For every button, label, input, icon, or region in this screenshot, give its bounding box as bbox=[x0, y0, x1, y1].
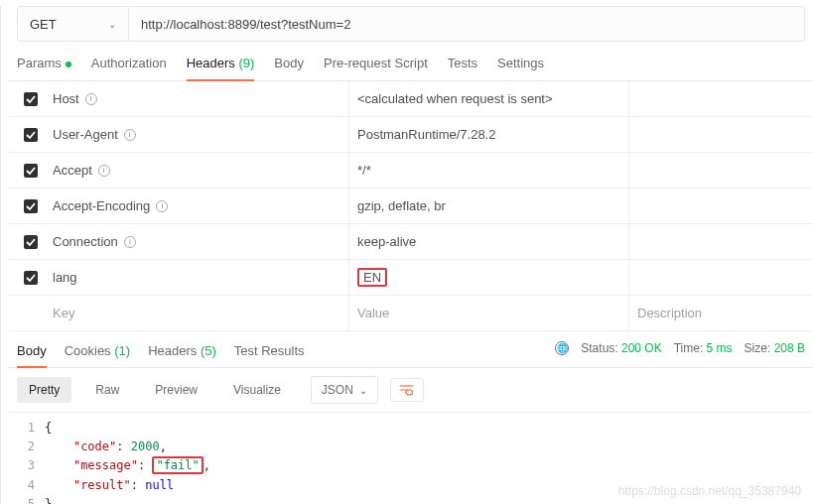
globe-icon[interactable]: 🌐 bbox=[555, 341, 569, 355]
header-key-cell[interactable]: Accept-Encoding i bbox=[53, 198, 348, 213]
time-label: Time: 5 ms bbox=[674, 341, 733, 355]
http-method-label: GET bbox=[30, 17, 57, 32]
tab-params[interactable]: Params bbox=[17, 56, 71, 80]
params-indicator-dot bbox=[66, 62, 71, 67]
header-value-input[interactable]: Value bbox=[348, 296, 628, 330]
header-value-cell[interactable]: <calculated when request is sent> bbox=[348, 81, 628, 116]
header-desc-cell[interactable] bbox=[628, 153, 813, 188]
header-value-cell[interactable]: EN bbox=[348, 260, 628, 295]
url-input[interactable]: http://localhost:8899/test?testNum=2 bbox=[129, 17, 804, 32]
header-desc-cell[interactable] bbox=[628, 81, 813, 116]
wrap-icon bbox=[399, 384, 415, 396]
view-raw[interactable]: Raw bbox=[83, 377, 131, 403]
request-url-bar: GET ⌄ http://localhost:8899/test?testNum… bbox=[17, 6, 805, 42]
header-key-cell[interactable]: User-Agent i bbox=[53, 127, 348, 142]
header-key-cell[interactable]: Accept i bbox=[53, 163, 348, 178]
gutter: 4 bbox=[9, 476, 45, 495]
checkbox[interactable] bbox=[24, 92, 38, 106]
highlighted-message: "fail" bbox=[152, 456, 203, 474]
header-value-cell[interactable]: keep-alive bbox=[348, 224, 628, 259]
checkbox[interactable] bbox=[24, 164, 38, 178]
view-pretty[interactable]: Pretty bbox=[17, 377, 71, 403]
header-value-cell[interactable]: */* bbox=[348, 153, 628, 188]
header-row: Host i <calculated when request is sent> bbox=[9, 81, 813, 117]
highlighted-value: EN bbox=[357, 268, 387, 288]
chevron-down-icon: ⌄ bbox=[108, 19, 116, 30]
resp-tab-testresults[interactable]: Test Results bbox=[234, 343, 305, 367]
header-row: Connection i keep-alive bbox=[9, 224, 813, 260]
tab-headers[interactable]: Headers (9) bbox=[187, 56, 255, 80]
gutter: 3 bbox=[9, 456, 45, 475]
info-icon[interactable]: i bbox=[156, 200, 168, 212]
header-row-new: Key Value Description bbox=[9, 296, 813, 331]
resp-tab-cookies[interactable]: Cookies (1) bbox=[65, 343, 130, 367]
checkbox[interactable] bbox=[24, 199, 38, 213]
request-tabs: Params Authorization Headers (9) Body Pr… bbox=[9, 42, 813, 81]
gutter: 2 bbox=[9, 438, 45, 456]
header-row: Accept i */* bbox=[9, 153, 813, 189]
response-body-code[interactable]: 1{ 2 "code": 2000, 3 "message": "fail", … bbox=[9, 413, 813, 504]
tab-tests[interactable]: Tests bbox=[448, 56, 477, 80]
format-select[interactable]: JSON ⌄ bbox=[311, 376, 378, 404]
gutter: 5 bbox=[9, 495, 45, 504]
http-method-select[interactable]: GET ⌄ bbox=[18, 7, 129, 41]
wrap-lines-button[interactable] bbox=[390, 378, 424, 402]
header-value-cell[interactable]: PostmanRuntime/7.28.2 bbox=[348, 117, 628, 152]
resp-tab-headers[interactable]: Headers (5) bbox=[148, 343, 216, 367]
info-icon[interactable]: i bbox=[98, 165, 110, 177]
checkbox[interactable] bbox=[24, 128, 38, 142]
tab-authorization[interactable]: Authorization bbox=[91, 56, 167, 80]
header-key-cell[interactable]: lang bbox=[53, 270, 348, 285]
size-label: Size: 208 B bbox=[745, 341, 805, 355]
header-desc-cell[interactable] bbox=[628, 224, 813, 259]
header-row: Accept-Encoding i gzip, deflate, br bbox=[9, 189, 813, 224]
gutter: 1 bbox=[9, 419, 45, 438]
header-row: lang EN bbox=[9, 260, 813, 296]
tab-prerequest[interactable]: Pre-request Script bbox=[324, 56, 428, 80]
header-row: User-Agent i PostmanRuntime/7.28.2 bbox=[9, 117, 813, 153]
header-desc-cell[interactable] bbox=[628, 117, 813, 152]
view-visualize[interactable]: Visualize bbox=[221, 377, 293, 403]
resp-tab-body[interactable]: Body bbox=[17, 343, 47, 367]
header-key-input[interactable]: Key bbox=[53, 306, 348, 320]
checkbox[interactable] bbox=[24, 271, 38, 285]
headers-table: Host i <calculated when request is sent>… bbox=[9, 81, 813, 331]
header-desc-input[interactable]: Description bbox=[628, 296, 813, 330]
info-icon[interactable]: i bbox=[124, 129, 136, 141]
chevron-down-icon: ⌄ bbox=[359, 385, 367, 396]
checkbox[interactable] bbox=[24, 235, 38, 249]
header-desc-cell[interactable] bbox=[628, 260, 813, 295]
response-tabs: Body Cookies (1) Headers (5) Test Result… bbox=[9, 331, 813, 368]
header-value-cell[interactable]: gzip, deflate, br bbox=[348, 189, 628, 223]
body-toolbar: Pretty Raw Preview Visualize JSON ⌄ bbox=[9, 368, 813, 413]
header-desc-cell[interactable] bbox=[628, 189, 813, 223]
header-key-cell[interactable]: Connection i bbox=[53, 234, 348, 249]
header-key-cell[interactable]: Host i bbox=[53, 91, 348, 106]
response-meta: 🌐 Status: 200 OK Time: 5 ms Size: 208 B bbox=[555, 341, 805, 355]
tab-settings[interactable]: Settings bbox=[497, 56, 544, 80]
info-icon[interactable]: i bbox=[124, 236, 136, 248]
tab-body[interactable]: Body bbox=[274, 56, 304, 80]
view-preview[interactable]: Preview bbox=[143, 377, 209, 403]
status-label: Status: 200 OK bbox=[581, 341, 661, 355]
info-icon[interactable]: i bbox=[85, 93, 97, 105]
